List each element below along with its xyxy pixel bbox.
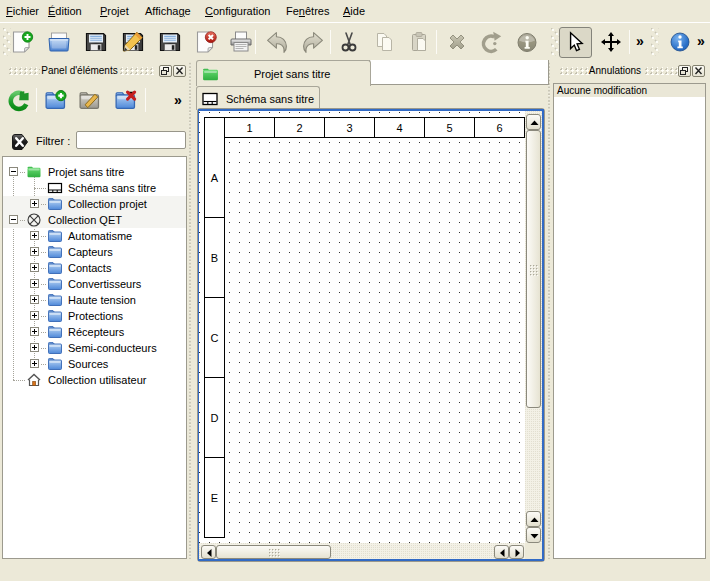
svg-text:3: 3 [346, 122, 352, 134]
svg-text:B: B [211, 252, 218, 264]
svg-text:E: E [211, 492, 218, 504]
svg-text:A: A [211, 172, 219, 184]
svg-text:C: C [211, 332, 219, 344]
svg-text:5: 5 [446, 122, 452, 134]
svg-text:2: 2 [296, 122, 302, 134]
svg-text:4: 4 [396, 122, 402, 134]
svg-text:1: 1 [246, 122, 252, 134]
svg-text:6: 6 [496, 122, 502, 134]
svg-text:D: D [211, 412, 219, 424]
